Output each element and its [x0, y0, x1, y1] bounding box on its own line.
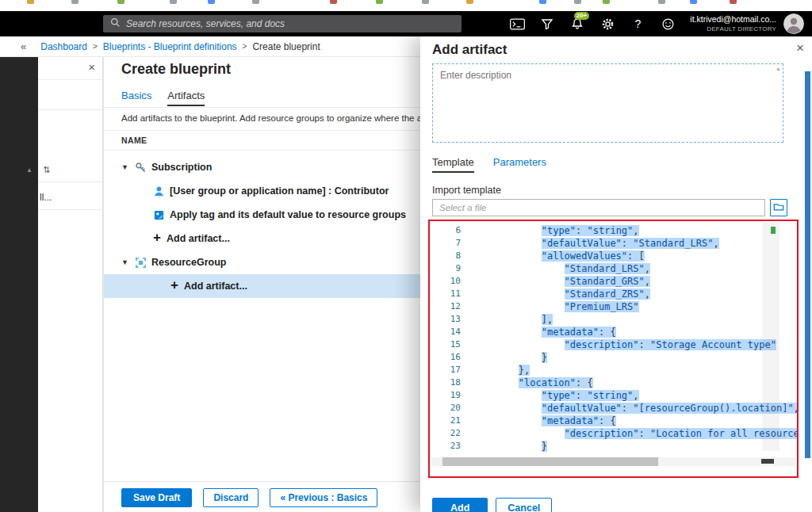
breadcrumb-item[interactable]: Dashboard [40, 41, 87, 52]
tree-row[interactable]: [User group or application name] : Contr… [104, 179, 420, 203]
code-line[interactable]: 9 "Standard_LRS", [430, 262, 797, 275]
topbar-actions: 20+ ? it.ktrivedi@hotmail.co... DEFAULT … [502, 11, 807, 36]
discard-button[interactable]: Discard [203, 488, 259, 507]
bookmark-favicon-icon[interactable] [690, 0, 697, 4]
add-icon: + [153, 230, 167, 246]
scrollbar-thumb[interactable] [442, 457, 658, 466]
sort-icon[interactable]: ⇅ [43, 165, 50, 175]
template-code-editor[interactable]: 6 "type": "string",7 "defaultValue": "St… [430, 221, 797, 476]
breadcrumb-separator-icon: > [93, 42, 98, 51]
tab-parameters[interactable]: Parameters [493, 156, 546, 173]
search-box[interactable] [103, 15, 462, 32]
selection-highlight: "defaultValue": "[resourceGroup().locati… [542, 403, 797, 414]
code-text: "metadata": { [473, 326, 616, 338]
avatar[interactable] [783, 13, 804, 34]
indent-whitespace [473, 238, 542, 249]
code-line[interactable]: 19 "type": "string", [430, 389, 797, 402]
code-token: "location" [519, 377, 576, 388]
chevron-down-icon[interactable]: ▼ [121, 163, 135, 171]
feedback-smiley-icon[interactable] [653, 11, 683, 36]
tree-row[interactable]: +Add artifact... [104, 227, 420, 250]
code-line[interactable]: 13 ], [430, 313, 797, 326]
save-draft-button[interactable]: Save Draft [121, 488, 192, 507]
indent-whitespace [473, 428, 565, 439]
help-icon[interactable]: ? [622, 11, 653, 36]
code-line[interactable]: 10 "Standard_GRS", [430, 275, 797, 288]
code-text: ], [473, 313, 553, 326]
bookmark-favicon-icon[interactable] [117, 0, 124, 4]
blueprint-definitions-blade-sliver: × ⇅ ll... [38, 57, 103, 512]
code-line[interactable]: 8 "allowedValues": [ [430, 250, 797, 262]
code-token: "Standard_GRS" [565, 276, 645, 287]
truncated-list-item[interactable]: ll... [40, 192, 52, 203]
directory-filter-icon[interactable] [532, 11, 562, 36]
bookmark-favicon-icon[interactable] [658, 0, 665, 4]
code-line[interactable]: 20 "defaultValue": "[resourceGroup().loc… [430, 402, 797, 415]
code-line[interactable]: 7 "defaultValue": "Standard_LRS", [430, 237, 797, 250]
line-number: 9 [430, 262, 473, 275]
settings-gear-icon[interactable] [592, 11, 622, 36]
notifications-bell-icon[interactable]: 20+ [562, 11, 592, 36]
panel-scrollbar[interactable] [805, 71, 810, 458]
code-line[interactable]: 12 "Premium_LRS" [430, 300, 797, 313]
code-line[interactable]: 6 "type": "string", [430, 224, 797, 237]
chevron-down-icon[interactable]: ▼ [121, 258, 135, 266]
editor-horizontal-scrollbar[interactable] [431, 457, 795, 466]
indent-whitespace [473, 250, 542, 262]
account-info[interactable]: it.ktrivedi@hotmail.co... DEFAULT DIRECT… [690, 14, 776, 32]
code-line[interactable]: 22 "description": "Location for all reso… [430, 427, 797, 440]
code-line[interactable]: 11 "Standard_ZRS", [430, 288, 797, 300]
code-token: : { [576, 377, 593, 388]
bookmark-favicon-icon[interactable] [71, 0, 79, 4]
artifact-description-input[interactable] [432, 63, 783, 143]
editor-vertical-scrollbar[interactable] [762, 223, 779, 451]
code-line[interactable]: 18 "location": { [430, 376, 797, 389]
code-text: "allowedValues": [ [473, 250, 645, 262]
indent-whitespace [473, 263, 565, 274]
close-icon[interactable]: × [796, 40, 804, 56]
code-line[interactable]: 21 "metadata": { [430, 415, 797, 427]
code-line[interactable]: 23 } [430, 440, 797, 453]
bookmark-favicon-icon[interactable] [422, 0, 429, 4]
bookmark-favicon-icon[interactable] [252, 0, 259, 4]
cloud-shell-icon[interactable] [502, 11, 532, 36]
bookmark-favicon-icon[interactable] [376, 0, 383, 4]
bookmark-favicon-icon[interactable] [27, 0, 34, 4]
close-icon[interactable]: × [88, 60, 95, 74]
bookmark-favicon-icon[interactable] [574, 0, 581, 4]
bookmark-favicon-icon[interactable] [330, 0, 337, 4]
tab-basics[interactable]: Basics [121, 90, 151, 106]
code-line[interactable]: 16 } [430, 351, 797, 364]
code-token: : [576, 225, 587, 236]
tree-row[interactable]: +Add artifact... [104, 274, 420, 298]
add-button[interactable]: Add [432, 498, 488, 512]
search-input[interactable] [126, 18, 454, 29]
tree-row[interactable]: Apply tag and its default value to resou… [104, 203, 420, 227]
tab-template[interactable]: Template [432, 156, 474, 173]
file-select-input[interactable] [432, 199, 765, 216]
breadcrumb-item[interactable]: Blueprints - Blueprint definitions [103, 41, 237, 52]
bookmark-favicon-icon[interactable] [539, 0, 546, 4]
tab-artifacts[interactable]: Artifacts [167, 90, 205, 106]
line-number: 7 [430, 237, 473, 250]
code-line[interactable]: 14 "metadata": { [430, 326, 797, 338]
selection-highlight: "description": "Storage Account type" [565, 339, 776, 350]
textarea-scroll-up-icon[interactable]: ▲ [776, 66, 781, 71]
tree-row[interactable]: ▼Subscription [104, 155, 420, 179]
code-line[interactable]: 17 }, [430, 364, 797, 376]
bookmark-favicon-icon[interactable] [730, 0, 737, 4]
code-line[interactable]: 15 "description": "Storage Account type" [430, 338, 797, 351]
bookmark-favicon-icon[interactable] [603, 0, 610, 4]
bookmark-favicon-icon[interactable] [208, 0, 215, 4]
indent-whitespace [473, 441, 542, 452]
code-token: , [713, 238, 718, 249]
collapse-panel-icon[interactable]: « [21, 40, 26, 52]
left-nav[interactable]: ▲ [0, 57, 38, 512]
browse-file-button[interactable] [770, 199, 787, 216]
bookmark-favicon-icon[interactable] [466, 0, 473, 4]
tree-row[interactable]: ▼ResourceGroup [104, 250, 420, 274]
bookmark-favicon-icon[interactable] [170, 0, 177, 4]
cancel-button[interactable]: Cancel [496, 498, 552, 512]
scroll-up-icon[interactable]: ▲ [26, 166, 33, 174]
previous-basics-button[interactable]: « Previous : Basics [270, 488, 377, 507]
